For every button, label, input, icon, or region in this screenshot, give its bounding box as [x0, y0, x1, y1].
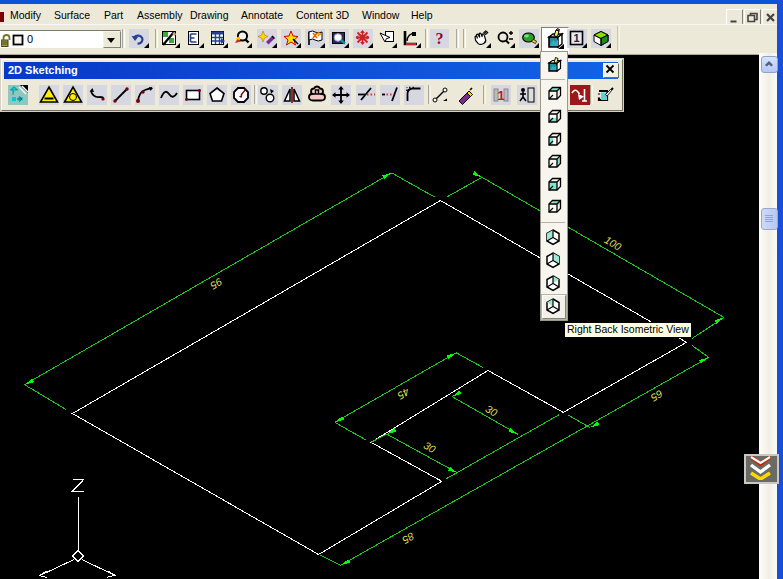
svg-text:30: 30: [422, 439, 438, 455]
svg-text:1: 1: [497, 88, 504, 103]
svg-text:95: 95: [208, 276, 224, 292]
svg-text:45: 45: [396, 386, 412, 402]
svg-text:1: 1: [573, 32, 579, 44]
svg-text:?: ?: [436, 30, 444, 47]
svg-text:100: 100: [602, 233, 623, 252]
svg-text:85: 85: [400, 530, 416, 546]
